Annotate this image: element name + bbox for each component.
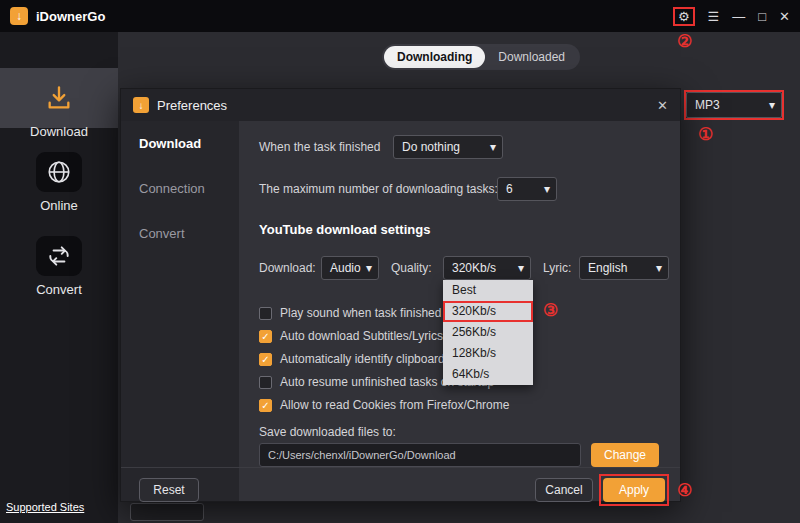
chevron-down-icon: ▾ — [544, 182, 550, 196]
quality-options-list: Best 320Kb/s ③ 256Kb/s 128Kb/s 64Kb/s — [443, 280, 533, 385]
settings-button[interactable]: ⚙ ② — [673, 7, 695, 26]
gear-icon: ⚙ — [678, 9, 690, 24]
annotation-redbox-apply: Apply ④ — [599, 474, 669, 506]
titlebar: ↓ iDownerGo ⚙ ② ☰ — □ ✕ — [0, 0, 800, 32]
preferences-titlebar: ↓ Preferences ✕ — [121, 89, 680, 121]
sidebar-item-convert[interactable]: Convert — [0, 236, 118, 297]
task-finished-select[interactable]: Do nothing ▾ — [393, 135, 503, 159]
preferences-nav: Download Connection Convert — [121, 121, 239, 501]
download-icon — [36, 78, 82, 118]
download-format-value: Audio — [330, 261, 361, 275]
globe-icon — [36, 152, 82, 192]
quality-option-64[interactable]: 64Kb/s — [443, 364, 533, 385]
supported-sites-link[interactable]: Supported Sites — [6, 501, 84, 513]
apply-button[interactable]: Apply — [603, 478, 665, 502]
sidebar: Download Online Convert Supported Sites — [0, 32, 118, 523]
cookies-checkbox[interactable] — [259, 399, 272, 412]
quality-value: 320Kb/s — [452, 261, 496, 275]
chevron-down-icon: ▾ — [490, 140, 496, 154]
preferences-logo-icon: ↓ — [133, 97, 149, 113]
task-finished-value: Do nothing — [402, 140, 460, 154]
app-title: iDownerGo — [36, 9, 105, 24]
lyric-select[interactable]: English ▾ — [579, 256, 669, 280]
checkbox-row-play-sound: Play sound when task finished — [259, 306, 441, 320]
annotation-4: ④ — [677, 482, 692, 499]
change-button[interactable]: Change — [591, 443, 659, 467]
app-logo-icon: ↓ — [10, 7, 28, 25]
preferences-content: When the task finished Do nothing ▾ The … — [239, 121, 680, 501]
app-window: ↓ iDownerGo ⚙ ② ☰ — □ ✕ Download — [0, 0, 800, 523]
download-format-label: Download: — [259, 261, 316, 275]
quality-option-best[interactable]: Best — [443, 280, 533, 301]
background-dropdown[interactable] — [130, 503, 204, 521]
max-tasks-select[interactable]: 6 ▾ — [497, 177, 557, 201]
quality-option-128[interactable]: 128Kb/s — [443, 343, 533, 364]
format-selector[interactable]: MP3 ▾ — [686, 92, 782, 118]
close-icon: ✕ — [779, 9, 790, 24]
chevron-down-icon: ▾ — [769, 98, 775, 112]
cancel-button[interactable]: Cancel — [535, 478, 593, 502]
maximize-button[interactable]: □ — [758, 10, 766, 23]
minimize-button[interactable]: — — [732, 10, 745, 23]
menu-button[interactable]: ☰ — [708, 10, 720, 23]
annotation-redbox-format: MP3 ▾ ① — [684, 90, 784, 120]
quality-option-320[interactable]: 320Kb/s ③ — [443, 301, 533, 322]
lyric-value: English — [588, 261, 627, 275]
quality-option-label: 320Kb/s — [452, 304, 496, 318]
preferences-dialog: ↓ Preferences ✕ Download Connection Conv… — [120, 88, 681, 502]
pref-nav-download[interactable]: Download — [121, 121, 239, 166]
format-selector-value: MP3 — [695, 98, 720, 112]
preferences-title: Preferences — [157, 98, 227, 113]
chevron-down-icon: ▾ — [366, 261, 372, 275]
quality-label: Quality: — [391, 261, 432, 275]
download-format-select[interactable]: Audio ▾ — [321, 256, 379, 280]
close-button[interactable]: ✕ — [779, 10, 790, 23]
play-sound-checkbox[interactable] — [259, 307, 272, 320]
chevron-down-icon: ▾ — [656, 261, 662, 275]
checkbox-label: Automatically identify clipboard — [280, 352, 445, 366]
checkbox-label: Auto download Subtitles/Lyrics — [280, 329, 443, 343]
convert-icon — [36, 236, 82, 276]
clipboard-checkbox[interactable] — [259, 353, 272, 366]
checkbox-row-clipboard: Automatically identify clipboard — [259, 352, 445, 366]
tab-downloading[interactable]: Downloading — [384, 46, 485, 68]
max-tasks-value: 6 — [506, 182, 513, 196]
quality-select[interactable]: 320Kb/s ▾ — [443, 256, 531, 280]
checkbox-label: Allow to read Cookies from Firefox/Chrom… — [280, 398, 509, 412]
download-tabs: Downloading Downloaded — [382, 44, 580, 70]
save-path-label: Save downloaded files to: — [259, 425, 396, 439]
pref-nav-convert[interactable]: Convert — [121, 211, 239, 256]
checkbox-row-subtitles: Auto download Subtitles/Lyrics — [259, 329, 443, 343]
task-finished-label: When the task finished — [259, 140, 380, 154]
youtube-settings-title: YouTube download settings — [259, 222, 430, 237]
pref-nav-connection[interactable]: Connection — [121, 166, 239, 211]
checkbox-row-cookies: Allow to read Cookies from Firefox/Chrom… — [259, 398, 509, 412]
tab-downloaded[interactable]: Downloaded — [485, 46, 578, 68]
preferences-close-button[interactable]: ✕ — [657, 98, 668, 113]
quality-option-256[interactable]: 256Kb/s — [443, 322, 533, 343]
app-logo-arrow-icon: ↓ — [139, 100, 144, 111]
window-controls: ⚙ ② ☰ — □ ✕ — [673, 7, 790, 26]
max-tasks-label: The maximum number of downloading tasks: — [259, 182, 498, 196]
annotation-1: ① — [698, 126, 713, 143]
auto-subtitles-checkbox[interactable] — [259, 330, 272, 343]
chevron-down-icon: ▾ — [518, 261, 524, 275]
save-path-input[interactable] — [259, 443, 581, 467]
sidebar-item-label: Download — [30, 124, 88, 139]
auto-resume-checkbox[interactable] — [259, 376, 272, 389]
annotation-3: ③ — [543, 302, 558, 319]
maximize-icon: □ — [758, 9, 766, 24]
sidebar-item-download[interactable]: Download — [0, 68, 118, 128]
annotation-redbox-settings: ⚙ — [673, 7, 695, 26]
app-logo-arrow-icon: ↓ — [16, 9, 22, 23]
sidebar-item-label: Online — [40, 198, 78, 213]
sidebar-item-label: Convert — [36, 282, 82, 297]
sidebar-item-online[interactable]: Online — [0, 152, 118, 213]
hamburger-icon: ☰ — [708, 9, 720, 24]
reset-button[interactable]: Reset — [139, 478, 199, 502]
annotation-2: ② — [677, 33, 692, 50]
checkbox-label: Play sound when task finished — [280, 306, 441, 320]
minimize-icon: — — [732, 9, 745, 24]
lyric-label: Lyric: — [543, 261, 571, 275]
footer-divider — [121, 467, 680, 468]
